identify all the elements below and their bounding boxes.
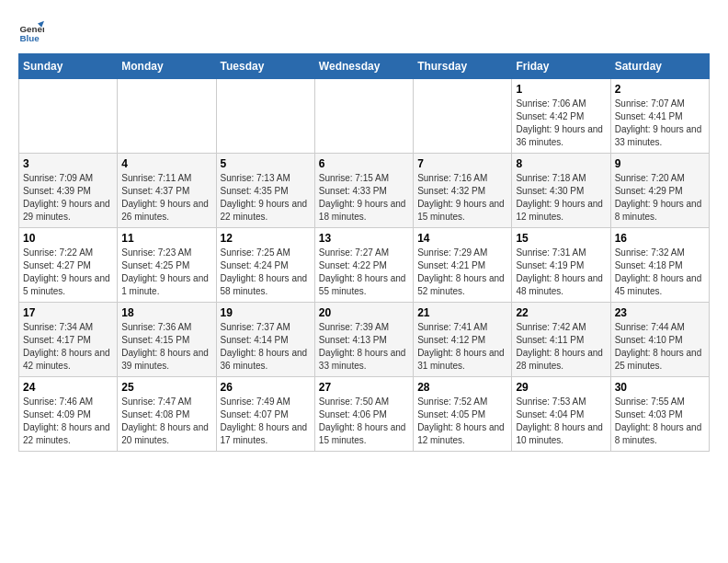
day-number: 18 (121, 306, 211, 319)
day-info: Sunrise: 7:23 AM Sunset: 4:25 PM Dayligh… (121, 247, 211, 298)
calendar-cell: 1Sunrise: 7:06 AM Sunset: 4:42 PM Daylig… (512, 79, 610, 154)
calendar-cell: 30Sunrise: 7:55 AM Sunset: 4:03 PM Dayli… (610, 377, 709, 452)
calendar-cell: 5Sunrise: 7:13 AM Sunset: 4:35 PM Daylig… (216, 154, 314, 228)
day-info: Sunrise: 7:34 AM Sunset: 4:17 PM Dayligh… (23, 321, 113, 373)
day-number: 28 (417, 381, 507, 394)
calendar-cell: 11Sunrise: 7:23 AM Sunset: 4:25 PM Dayli… (118, 228, 216, 303)
calendar-cell (19, 79, 118, 154)
day-number: 29 (516, 381, 606, 394)
day-info: Sunrise: 7:31 AM Sunset: 4:19 PM Dayligh… (516, 247, 606, 298)
week-row-1: 3Sunrise: 7:09 AM Sunset: 4:39 PM Daylig… (19, 154, 710, 228)
week-row-4: 24Sunrise: 7:46 AM Sunset: 4:09 PM Dayli… (19, 377, 710, 452)
calendar-cell: 7Sunrise: 7:16 AM Sunset: 4:32 PM Daylig… (414, 154, 512, 228)
day-info: Sunrise: 7:32 AM Sunset: 4:18 PM Dayligh… (615, 247, 705, 298)
day-info: Sunrise: 7:37 AM Sunset: 4:14 PM Dayligh… (221, 321, 311, 373)
day-info: Sunrise: 7:53 AM Sunset: 4:04 PM Dayligh… (516, 396, 606, 447)
header-cell-tuesday: Tuesday (216, 54, 314, 79)
calendar-cell: 20Sunrise: 7:39 AM Sunset: 4:13 PM Dayli… (314, 303, 413, 377)
day-number: 26 (221, 381, 311, 394)
calendar-cell: 13Sunrise: 7:27 AM Sunset: 4:22 PM Dayli… (314, 228, 413, 303)
header-cell-sunday: Sunday (19, 54, 118, 79)
calendar-cell: 26Sunrise: 7:49 AM Sunset: 4:07 PM Dayli… (216, 377, 314, 452)
day-info: Sunrise: 7:09 AM Sunset: 4:39 PM Dayligh… (23, 172, 113, 224)
day-info: Sunrise: 7:47 AM Sunset: 4:08 PM Dayligh… (121, 396, 211, 447)
day-info: Sunrise: 7:11 AM Sunset: 4:37 PM Dayligh… (121, 172, 211, 224)
calendar-cell: 17Sunrise: 7:34 AM Sunset: 4:17 PM Dayli… (19, 303, 118, 377)
day-info: Sunrise: 7:07 AM Sunset: 4:41 PM Dayligh… (615, 98, 705, 149)
calendar-cell: 22Sunrise: 7:42 AM Sunset: 4:11 PM Dayli… (512, 303, 610, 377)
day-number: 15 (516, 232, 606, 245)
day-number: 10 (23, 232, 113, 245)
calendar-cell: 15Sunrise: 7:31 AM Sunset: 4:19 PM Dayli… (512, 228, 610, 303)
day-number: 17 (23, 306, 113, 319)
calendar-cell: 14Sunrise: 7:29 AM Sunset: 4:21 PM Dayli… (414, 228, 512, 303)
header-cell-monday: Monday (118, 54, 216, 79)
day-number: 21 (417, 306, 507, 319)
day-number: 9 (615, 157, 705, 170)
day-number: 20 (319, 306, 409, 319)
calendar-cell: 25Sunrise: 7:47 AM Sunset: 4:08 PM Dayli… (118, 377, 216, 452)
day-number: 6 (319, 157, 409, 170)
day-number: 27 (319, 381, 409, 394)
calendar-cell: 29Sunrise: 7:53 AM Sunset: 4:04 PM Dayli… (512, 377, 610, 452)
page-header: General Blue (18, 18, 710, 44)
calendar-header: SundayMondayTuesdayWednesdayThursdayFrid… (19, 54, 710, 79)
day-number: 5 (221, 157, 311, 170)
week-row-3: 17Sunrise: 7:34 AM Sunset: 4:17 PM Dayli… (19, 303, 710, 377)
day-info: Sunrise: 7:20 AM Sunset: 4:29 PM Dayligh… (615, 172, 705, 224)
calendar-cell: 8Sunrise: 7:18 AM Sunset: 4:30 PM Daylig… (512, 154, 610, 228)
calendar-cell: 19Sunrise: 7:37 AM Sunset: 4:14 PM Dayli… (216, 303, 314, 377)
calendar-cell: 23Sunrise: 7:44 AM Sunset: 4:10 PM Dayli… (610, 303, 709, 377)
header-cell-saturday: Saturday (610, 54, 709, 79)
calendar-cell: 6Sunrise: 7:15 AM Sunset: 4:33 PM Daylig… (314, 154, 413, 228)
header-cell-wednesday: Wednesday (314, 54, 413, 79)
calendar-cell (314, 79, 413, 154)
header-cell-friday: Friday (512, 54, 610, 79)
calendar-cell: 9Sunrise: 7:20 AM Sunset: 4:29 PM Daylig… (610, 154, 709, 228)
day-number: 8 (516, 157, 606, 170)
day-info: Sunrise: 7:36 AM Sunset: 4:15 PM Dayligh… (121, 321, 211, 373)
day-number: 7 (417, 157, 507, 170)
svg-text:Blue: Blue (19, 33, 40, 43)
logo: General Blue (18, 18, 48, 44)
day-info: Sunrise: 7:18 AM Sunset: 4:30 PM Dayligh… (516, 172, 606, 224)
day-info: Sunrise: 7:46 AM Sunset: 4:09 PM Dayligh… (23, 396, 113, 447)
day-number: 24 (23, 381, 113, 394)
day-number: 22 (516, 306, 606, 319)
calendar-cell: 28Sunrise: 7:52 AM Sunset: 4:05 PM Dayli… (414, 377, 512, 452)
calendar-cell: 3Sunrise: 7:09 AM Sunset: 4:39 PM Daylig… (19, 154, 118, 228)
day-info: Sunrise: 7:15 AM Sunset: 4:33 PM Dayligh… (319, 172, 409, 224)
day-info: Sunrise: 7:55 AM Sunset: 4:03 PM Dayligh… (615, 396, 705, 447)
day-number: 11 (121, 232, 211, 245)
day-info: Sunrise: 7:16 AM Sunset: 4:32 PM Dayligh… (417, 172, 507, 224)
calendar-cell: 21Sunrise: 7:41 AM Sunset: 4:12 PM Dayli… (414, 303, 512, 377)
day-info: Sunrise: 7:52 AM Sunset: 4:05 PM Dayligh… (417, 396, 507, 447)
day-number: 1 (516, 83, 606, 96)
logo-icon: General Blue (18, 18, 44, 44)
day-info: Sunrise: 7:41 AM Sunset: 4:12 PM Dayligh… (417, 321, 507, 373)
day-info: Sunrise: 7:27 AM Sunset: 4:22 PM Dayligh… (319, 247, 409, 298)
day-number: 13 (319, 232, 409, 245)
day-info: Sunrise: 7:22 AM Sunset: 4:27 PM Dayligh… (23, 247, 113, 298)
header-cell-thursday: Thursday (414, 54, 512, 79)
calendar-cell (118, 79, 216, 154)
day-number: 2 (615, 83, 705, 96)
week-row-2: 10Sunrise: 7:22 AM Sunset: 4:27 PM Dayli… (19, 228, 710, 303)
day-number: 30 (615, 381, 705, 394)
week-row-0: 1Sunrise: 7:06 AM Sunset: 4:42 PM Daylig… (19, 79, 710, 154)
calendar-table: SundayMondayTuesdayWednesdayThursdayFrid… (18, 53, 710, 452)
calendar-cell: 12Sunrise: 7:25 AM Sunset: 4:24 PM Dayli… (216, 228, 314, 303)
day-info: Sunrise: 7:44 AM Sunset: 4:10 PM Dayligh… (615, 321, 705, 373)
day-number: 12 (221, 232, 311, 245)
day-number: 23 (615, 306, 705, 319)
day-number: 14 (417, 232, 507, 245)
calendar-cell (216, 79, 314, 154)
day-info: Sunrise: 7:13 AM Sunset: 4:35 PM Dayligh… (221, 172, 311, 224)
day-number: 19 (221, 306, 311, 319)
calendar-cell: 27Sunrise: 7:50 AM Sunset: 4:06 PM Dayli… (314, 377, 413, 452)
calendar-body: 1Sunrise: 7:06 AM Sunset: 4:42 PM Daylig… (19, 79, 710, 452)
calendar-cell: 24Sunrise: 7:46 AM Sunset: 4:09 PM Dayli… (19, 377, 118, 452)
calendar-cell: 10Sunrise: 7:22 AM Sunset: 4:27 PM Dayli… (19, 228, 118, 303)
calendar-cell (414, 79, 512, 154)
day-info: Sunrise: 7:39 AM Sunset: 4:13 PM Dayligh… (319, 321, 409, 373)
